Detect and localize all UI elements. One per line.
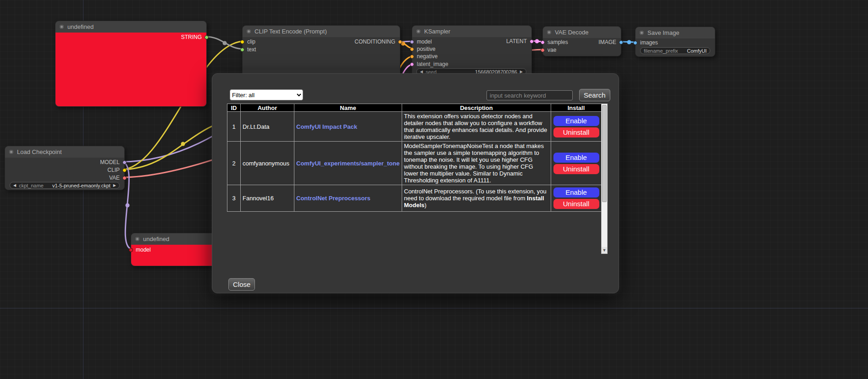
widget-value: v1-5-pruned-emaonly.ckpt bbox=[52, 183, 111, 188]
input-slot-dot[interactable] bbox=[410, 55, 414, 59]
custom-nodes-manager-dialog: Filter: all Search ID Author Name Descri… bbox=[212, 73, 619, 293]
filename-prefix-widget[interactable]: filename_prefix ComfyUI bbox=[640, 47, 710, 54]
input-label: vae bbox=[547, 47, 556, 53]
node-collapse-dot[interactable] bbox=[416, 29, 420, 33]
node-collapse-dot[interactable] bbox=[640, 31, 644, 35]
input-label: images bbox=[640, 39, 658, 46]
scrollbar-thumb[interactable] bbox=[602, 105, 607, 202]
input-text: text bbox=[240, 46, 256, 53]
node-title-bar: Load Checkpoint bbox=[5, 146, 124, 158]
output-label: STRING bbox=[181, 34, 202, 40]
input-slot-dot[interactable] bbox=[541, 40, 545, 44]
cell-description: ControlNet Preprocessors. (To use this e… bbox=[402, 185, 551, 212]
filter-select[interactable]: Filter: all bbox=[230, 89, 303, 100]
wire-midpoint-dot bbox=[126, 203, 130, 208]
input-samples: samples bbox=[541, 39, 568, 45]
extensions-table: ID Author Name Description Install 1 Dr.… bbox=[227, 104, 602, 212]
node-title: KSampler bbox=[424, 28, 450, 35]
input-slot-dot[interactable] bbox=[240, 48, 244, 52]
node-collapse-dot[interactable] bbox=[9, 150, 13, 154]
extension-link[interactable]: ComfyUI_experiments/sampler_tonemap bbox=[296, 160, 400, 167]
input-clip: clip bbox=[240, 38, 255, 45]
header-description: Description bbox=[402, 104, 551, 112]
missing-node-body bbox=[55, 33, 206, 106]
canvas-origin-horizontal-line bbox=[0, 308, 868, 308]
uninstall-button[interactable]: Uninstall bbox=[553, 199, 599, 209]
cell-description: ModelSamplerTonemapNoiseTest a node that… bbox=[402, 142, 551, 185]
cell-install: Enable Uninstall bbox=[551, 142, 602, 185]
cell-description: This extension offers various detector n… bbox=[402, 112, 551, 142]
table-row: 2 comfyanonymous ComfyUI_experiments/sam… bbox=[227, 142, 602, 185]
header-id: ID bbox=[227, 104, 241, 112]
output-slot-dot[interactable] bbox=[122, 168, 127, 172]
output-label: IMAGE bbox=[598, 39, 616, 45]
extension-link[interactable]: ControlNet Preprocessors bbox=[296, 195, 400, 202]
input-slot-dot[interactable] bbox=[541, 48, 545, 52]
output-conditioning: CONDITIONING bbox=[354, 38, 402, 45]
node-collapse-dot[interactable] bbox=[547, 30, 551, 34]
node-collapse-dot[interactable] bbox=[135, 237, 139, 241]
output-slot-dot[interactable] bbox=[122, 176, 127, 180]
input-label: positive bbox=[417, 46, 436, 52]
wire-string-to-text bbox=[205, 37, 244, 49]
node-title: undefined bbox=[143, 236, 169, 242]
ckpt-name-widget[interactable]: ◀ ckpt_name v1-5-pruned-emaonly.ckpt ▶ bbox=[10, 182, 120, 189]
node-title: VAE Decode bbox=[555, 29, 588, 36]
node-title: Load Checkpoint bbox=[17, 148, 62, 155]
input-label: text bbox=[247, 46, 256, 53]
enable-button[interactable]: Enable bbox=[553, 153, 599, 163]
output-string: STRING bbox=[181, 34, 209, 40]
output-slot-dot[interactable] bbox=[619, 40, 623, 44]
cell-author: Dr.Lt.Data bbox=[241, 112, 294, 142]
uninstall-button[interactable]: Uninstall bbox=[553, 164, 599, 174]
node-save-image[interactable]: Save Image images filename_prefix ComfyU… bbox=[635, 27, 715, 57]
cell-id: 3 bbox=[227, 185, 241, 212]
table-header-row: ID Author Name Description Install bbox=[227, 104, 602, 112]
table-scrollbar[interactable]: ▼ bbox=[601, 104, 608, 254]
input-images: images bbox=[633, 39, 658, 46]
search-input[interactable] bbox=[487, 90, 573, 100]
output-slot-dot[interactable] bbox=[205, 35, 209, 39]
output-clip: CLIP bbox=[107, 167, 127, 173]
uninstall-button[interactable]: Uninstall bbox=[553, 127, 599, 137]
next-arrow-icon[interactable]: ▶ bbox=[113, 182, 116, 189]
input-slot-dot[interactable] bbox=[410, 40, 414, 44]
close-button[interactable]: Close bbox=[228, 278, 255, 291]
input-slot-dot[interactable] bbox=[410, 62, 414, 66]
node-collapse-dot[interactable] bbox=[60, 25, 64, 29]
node-title-bar: CLIP Text Encode (Prompt) bbox=[243, 26, 400, 37]
input-slot-dot[interactable] bbox=[240, 40, 244, 44]
cell-author: Fannovel16 bbox=[241, 185, 294, 212]
input-latent-image: latent_image bbox=[410, 61, 448, 67]
previous-arrow-icon[interactable]: ◀ bbox=[13, 182, 16, 189]
input-label: samples bbox=[547, 39, 568, 45]
input-slot-dot[interactable] bbox=[410, 47, 414, 51]
output-image: IMAGE bbox=[598, 39, 623, 45]
node-vae-decode[interactable]: VAE Decode samples vae IMAGE bbox=[542, 26, 621, 56]
input-label: clip bbox=[247, 38, 255, 45]
input-slot-dot[interactable] bbox=[129, 248, 133, 252]
node-collapse-dot[interactable] bbox=[247, 29, 251, 33]
node-title: undefined bbox=[67, 23, 94, 30]
scroll-down-arrow-icon[interactable]: ▼ bbox=[602, 247, 607, 253]
table-row: 1 Dr.Lt.Data ComfyUI Impact Pack This ex… bbox=[227, 112, 602, 142]
header-name: Name bbox=[294, 104, 402, 112]
output-slot-dot[interactable] bbox=[398, 40, 402, 44]
input-model: model bbox=[129, 247, 151, 253]
output-slot-dot[interactable] bbox=[530, 39, 534, 44]
cell-install: Enable Uninstall bbox=[551, 185, 602, 212]
output-model: MODEL bbox=[100, 159, 127, 165]
search-button[interactable]: Search bbox=[579, 89, 610, 101]
input-label: latent_image bbox=[417, 61, 448, 67]
node-load-checkpoint[interactable]: Load Checkpoint MODEL CLIP VAE ◀ ckpt_na… bbox=[5, 146, 125, 190]
extension-link[interactable]: ComfyUI Impact Pack bbox=[296, 123, 400, 130]
node-title: Save Image bbox=[647, 29, 679, 36]
output-slot-dot[interactable] bbox=[122, 160, 127, 165]
input-slot-dot[interactable] bbox=[633, 41, 637, 45]
node-title: CLIP Text Encode (Prompt) bbox=[254, 28, 327, 35]
enable-button[interactable]: Enable bbox=[553, 187, 599, 198]
widget-label: ckpt_name bbox=[19, 183, 44, 188]
wire-midpoint-dot bbox=[627, 40, 631, 44]
enable-button[interactable]: Enable bbox=[553, 116, 599, 126]
node-undefined-top[interactable]: undefined STRING bbox=[55, 21, 207, 107]
